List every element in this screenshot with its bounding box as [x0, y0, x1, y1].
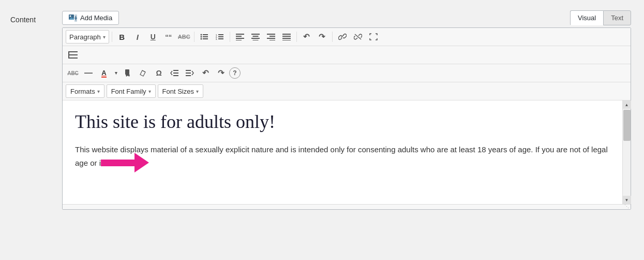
eraser-icon — [139, 69, 147, 77]
svg-rect-22 — [251, 34, 260, 35]
svg-rect-21 — [236, 40, 242, 40]
help-button[interactable]: ? — [229, 67, 241, 79]
svg-point-7 — [200, 36, 202, 38]
redo2-button[interactable]: ↷ — [214, 66, 228, 80]
svg-rect-15 — [218, 36, 223, 37]
indent-left-button[interactable] — [167, 66, 182, 80]
tab-visual[interactable]: Visual — [570, 10, 603, 25]
svg-rect-39 — [68, 51, 69, 59]
numbered-list-button[interactable]: 1.2.3. — [213, 30, 227, 44]
editor-top-bar: Add Media Visual Text — [62, 10, 631, 25]
italic-button[interactable]: I — [130, 30, 145, 44]
undo-button[interactable]: ↶ — [299, 30, 314, 44]
svg-rect-30 — [282, 34, 291, 35]
svg-rect-25 — [252, 40, 258, 40]
toolbar-row-4: Formats ▾ Font Family ▾ Font Sizes ▾ — [63, 82, 631, 100]
align-left-button[interactable] — [233, 30, 247, 44]
bullet-list-button[interactable] — [197, 30, 212, 44]
font-family-dropdown[interactable]: Font Family ▾ — [107, 84, 156, 98]
editor-paragraph: This website displays material of a sexu… — [75, 143, 610, 169]
align-left-icon — [236, 33, 244, 40]
svg-rect-10 — [203, 36, 208, 37]
editor-content[interactable]: This site is for adults only! This websi… — [63, 100, 622, 204]
sep3 — [230, 32, 230, 42]
align-right-button[interactable] — [264, 30, 278, 44]
svg-rect-18 — [236, 34, 244, 35]
svg-rect-47 — [186, 75, 191, 76]
align-justify-button[interactable] — [279, 30, 294, 44]
svg-rect-11 — [203, 38, 208, 39]
svg-rect-32 — [282, 38, 291, 39]
align-center-icon — [251, 33, 260, 40]
link-button[interactable] — [335, 30, 350, 44]
font-color-dropdown[interactable]: ▾ — [112, 66, 119, 80]
toolbar-row-1: Paragraph ▾ B I U ““ ABC 1.2.3. — [63, 28, 631, 46]
svg-rect-38 — [68, 57, 78, 59]
content-label: Content — [10, 10, 62, 24]
svg-rect-36 — [68, 51, 78, 52]
formats-label: Formats — [70, 88, 95, 95]
eraser-button[interactable] — [136, 66, 151, 80]
omega-button[interactable]: Ω — [152, 66, 166, 80]
svg-rect-23 — [252, 36, 258, 37]
svg-rect-13 — [218, 34, 223, 35]
add-media-button[interactable]: Add Media — [62, 11, 119, 25]
paragraph-select[interactable]: Paragraph ▾ — [66, 30, 109, 44]
tinymce-editor: Paragraph ▾ B I U ““ ABC 1.2.3. — [62, 27, 631, 210]
indent-right-button[interactable] — [183, 66, 197, 80]
scrollbar-down[interactable]: ▼ — [623, 196, 631, 204]
dash-button[interactable]: — — [81, 66, 96, 80]
svg-rect-45 — [186, 70, 191, 71]
sep1 — [112, 32, 112, 42]
tab-text[interactable]: Text — [603, 10, 631, 25]
formats-dropdown[interactable]: Formats ▾ — [66, 84, 104, 98]
resize-dots: ⋱ — [624, 205, 629, 209]
show-more-button[interactable] — [66, 48, 80, 62]
editor-text-area[interactable]: This site is for adults only! This websi… — [63, 100, 622, 204]
add-media-label: Add Media — [80, 14, 112, 22]
svg-rect-29 — [269, 40, 275, 40]
highlight-icon — [124, 69, 132, 77]
paragraph-label: Paragraph — [69, 33, 101, 41]
undo2-button[interactable]: ↶ — [198, 66, 213, 80]
highlight-button[interactable] — [121, 66, 135, 80]
bullet-list-icon — [200, 33, 208, 40]
font-sizes-dropdown[interactable]: Font Sizes ▾ — [158, 84, 203, 98]
resize-handle[interactable]: ⋱ — [63, 204, 631, 209]
svg-rect-24 — [251, 38, 260, 39]
align-justify-icon — [282, 33, 291, 40]
strikethrough2-button[interactable]: ABC — [66, 66, 80, 80]
indent-right-icon — [186, 69, 194, 77]
redo-button[interactable]: ↷ — [315, 30, 330, 44]
bold-button[interactable]: B — [115, 30, 129, 44]
svg-rect-28 — [267, 38, 275, 39]
editor-heading: This site is for adults only! — [75, 111, 610, 133]
view-tabs: Visual Text — [570, 10, 631, 25]
scrollbar-thumb[interactable] — [623, 110, 631, 141]
svg-rect-31 — [282, 36, 291, 37]
strikethrough-button[interactable]: ABC — [177, 30, 191, 44]
scrollbar[interactable]: ▲ ▼ — [622, 100, 631, 204]
svg-rect-26 — [267, 34, 275, 35]
svg-rect-43 — [173, 73, 178, 74]
svg-rect-40 — [125, 69, 129, 75]
svg-rect-33 — [282, 40, 291, 40]
underline-button[interactable]: U — [146, 30, 160, 44]
svg-rect-27 — [269, 36, 275, 37]
font-color-label: A — [101, 69, 106, 78]
unlink-button[interactable] — [351, 30, 365, 44]
font-color-button[interactable]: A — [97, 66, 111, 80]
unlink-icon — [354, 33, 362, 40]
svg-line-35 — [355, 34, 361, 39]
fullscreen-button[interactable] — [366, 30, 381, 44]
svg-point-1 — [70, 15, 71, 17]
sep2 — [194, 32, 194, 42]
editor-scroll: This site is for adults only! This websi… — [63, 100, 631, 204]
blockquote-button[interactable]: ““ — [161, 30, 176, 44]
scrollbar-up[interactable]: ▲ — [623, 100, 631, 109]
editor-container: Add Media Visual Text Paragraph ▾ B I U … — [62, 10, 631, 210]
svg-rect-42 — [173, 70, 178, 71]
svg-rect-20 — [236, 38, 244, 39]
align-center-button[interactable] — [248, 30, 263, 44]
svg-text:3.: 3. — [216, 38, 217, 40]
